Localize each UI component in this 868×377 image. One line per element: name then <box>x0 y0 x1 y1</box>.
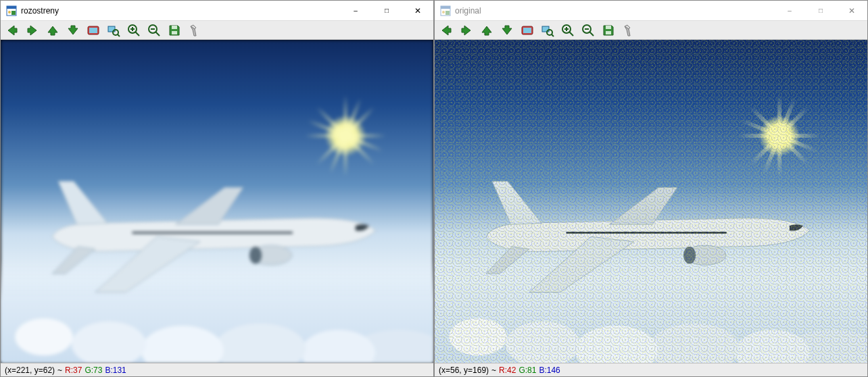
svg-point-19 <box>249 247 262 264</box>
image-viewport[interactable] <box>1 40 433 363</box>
svg-line-10 <box>136 32 140 36</box>
airplane <box>460 169 832 305</box>
svg-rect-22 <box>441 6 450 9</box>
save-icon[interactable] <box>167 23 182 38</box>
svg-rect-17 <box>172 31 177 34</box>
status-g: G:81 <box>519 366 536 375</box>
window-title: rozostreny <box>21 6 59 16</box>
arrow-right-icon[interactable] <box>25 23 40 38</box>
arrow-up-icon[interactable] <box>45 23 60 38</box>
maximize-button[interactable]: □ <box>805 1 836 21</box>
toolbar <box>435 21 867 40</box>
status-r: R:42 <box>499 366 516 375</box>
svg-rect-26 <box>523 28 531 33</box>
arrow-left-icon[interactable] <box>5 23 20 38</box>
airplane <box>26 169 398 305</box>
zoom-in-icon[interactable] <box>560 23 575 38</box>
svg-line-8 <box>118 34 120 36</box>
status-b: B:131 <box>105 366 126 375</box>
svg-point-40 <box>683 247 696 264</box>
fit-window-icon[interactable] <box>86 23 101 38</box>
status-coords: (x=221, y=62) <box>5 366 55 375</box>
status-sep: ~ <box>491 366 496 375</box>
svg-rect-16 <box>172 26 177 29</box>
svg-line-35 <box>590 32 594 36</box>
minimize-button[interactable]: – <box>340 1 371 21</box>
titlebar[interactable]: original – □ ✕ <box>435 1 867 21</box>
svg-line-29 <box>552 34 554 36</box>
status-g: G:73 <box>85 366 102 375</box>
toolbar <box>1 21 433 40</box>
svg-point-7 <box>113 30 118 35</box>
window-original: original – □ ✕ <box>434 0 868 377</box>
svg-point-28 <box>547 30 552 35</box>
svg-rect-1 <box>7 6 16 9</box>
maximize-button[interactable]: □ <box>371 1 402 21</box>
status-sep: ~ <box>57 366 62 375</box>
close-button[interactable]: ✕ <box>836 1 867 21</box>
svg-point-23 <box>442 11 445 14</box>
status-bar: (x=221, y=62) ~ R:37 G:73 B:131 <box>1 363 433 376</box>
zoom-out-icon[interactable] <box>147 23 162 38</box>
titlebar[interactable]: rozostreny – □ ✕ <box>1 1 433 21</box>
arrow-left-icon[interactable] <box>439 23 454 38</box>
arrow-down-icon[interactable] <box>66 23 80 38</box>
svg-rect-24 <box>445 11 450 15</box>
svg-rect-20 <box>132 232 293 234</box>
minimize-button[interactable]: – <box>774 1 805 21</box>
status-b: B:146 <box>539 366 560 375</box>
arrow-right-icon[interactable] <box>459 23 474 38</box>
status-r: R:37 <box>65 366 82 375</box>
arrow-down-icon[interactable] <box>500 23 514 38</box>
zoom-region-icon[interactable] <box>540 23 555 38</box>
svg-rect-41 <box>566 232 727 234</box>
flashlight-icon[interactable] <box>187 23 202 38</box>
window-title: original <box>455 6 481 16</box>
zoom-in-icon[interactable] <box>126 23 141 38</box>
svg-line-31 <box>570 32 574 36</box>
zoom-out-icon[interactable] <box>581 23 596 38</box>
svg-point-2 <box>8 11 11 14</box>
app-icon <box>440 5 451 16</box>
close-button[interactable]: ✕ <box>402 1 433 21</box>
flashlight-icon[interactable] <box>621 23 636 38</box>
image-viewport[interactable] <box>435 40 867 363</box>
svg-rect-37 <box>606 26 611 29</box>
app-icon <box>6 5 17 16</box>
fit-window-icon[interactable] <box>520 23 535 38</box>
window-rozostreny: rozostreny – □ ✕ <box>0 0 434 377</box>
svg-rect-5 <box>89 28 97 33</box>
status-coords: (x=56, y=169) <box>439 366 489 375</box>
svg-rect-38 <box>606 31 611 34</box>
status-bar: (x=56, y=169) ~ R:42 G:81 B:146 <box>435 363 867 376</box>
save-icon[interactable] <box>601 23 616 38</box>
zoom-region-icon[interactable] <box>106 23 121 38</box>
svg-rect-3 <box>11 11 16 15</box>
arrow-up-icon[interactable] <box>479 23 494 38</box>
svg-line-14 <box>156 32 160 36</box>
